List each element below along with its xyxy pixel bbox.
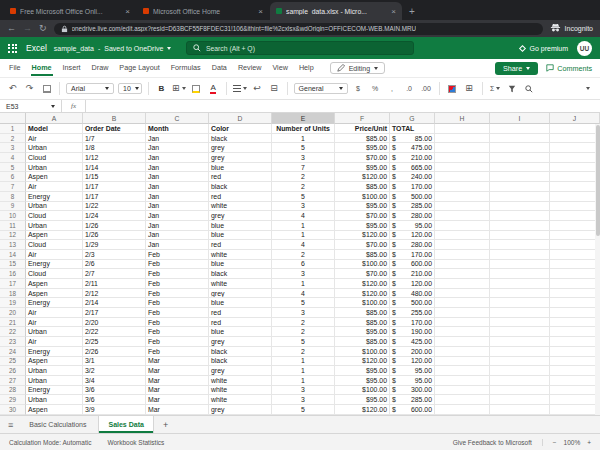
cell[interactable]: 2/11 [83,279,146,289]
cell[interactable]: 4 [272,289,335,299]
cell[interactable]: $120.00 [335,357,390,367]
cell[interactable]: $190.00 [390,327,435,337]
cell[interactable]: $480.00 [390,289,435,299]
fill-color-button[interactable] [190,81,203,97]
cell[interactable]: 1 [272,279,335,289]
cell[interactable]: 5 [272,298,335,308]
ribbon-tab-page-layout[interactable]: Page Layout [118,60,160,76]
cell[interactable]: $120.00 [390,279,435,289]
font-name-select[interactable]: Arial [66,83,114,94]
new-tab-button[interactable]: + [409,6,415,17]
cell[interactable]: 2/17 [83,308,146,318]
zoom-out-button[interactable]: − [553,439,557,446]
cell[interactable]: red [209,318,272,328]
cell[interactable] [490,211,550,221]
row-header-3[interactable]: 3 [0,143,26,153]
sheet-tab-basic-calculations[interactable]: Basic Calculations [20,416,95,433]
cell[interactable]: $120.00 [335,405,390,415]
cell[interactable]: 2/6 [83,260,146,270]
cell[interactable]: $70.00 [335,153,390,163]
cell[interactable] [490,386,550,396]
cell[interactable]: 3 [272,386,335,396]
cell[interactable] [550,376,600,386]
cell[interactable]: $70.00 [335,211,390,221]
cell[interactable]: 4 [272,211,335,221]
cell[interactable] [490,376,550,386]
cell[interactable] [435,260,490,270]
cell[interactable] [435,308,490,318]
workbook-statistics[interactable]: Workbook Statistics [107,439,164,446]
cell[interactable]: $70.00 [335,269,390,279]
cell[interactable]: $85.00 [335,308,390,318]
cell[interactable]: $95.00 [335,366,390,376]
cell[interactable]: $600.00 [390,405,435,415]
cell[interactable]: Jan [146,192,209,202]
cell[interactable]: $85.00 [390,134,435,144]
cell[interactable]: $95.00 [335,395,390,405]
cell[interactable] [550,221,600,231]
cell[interactable]: Feb [146,327,209,337]
cell[interactable] [435,202,490,212]
cell[interactable]: 3/1 [83,357,146,367]
cell[interactable] [550,357,600,367]
column-header-G[interactable]: G [390,113,435,124]
undo-button[interactable]: ↶ [6,81,19,97]
cell[interactable]: 6 [272,260,335,270]
cell[interactable]: 3/6 [83,386,146,396]
cell[interactable] [490,308,550,318]
column-header-F[interactable]: F [335,113,390,124]
cell[interactable] [550,240,600,250]
cell[interactable]: $255.00 [390,308,435,318]
editing-mode-dropdown[interactable]: Editing [330,62,385,74]
cell[interactable]: blue [209,221,272,231]
cell[interactable]: $425.00 [390,337,435,347]
cell[interactable]: Model [26,124,83,134]
go-premium-button[interactable]: Go premium [520,45,568,52]
cell[interactable]: Color [209,124,272,134]
cell[interactable]: 2 [272,172,335,182]
cell[interactable] [490,260,550,270]
cell[interactable]: Jan [146,182,209,192]
cell[interactable]: Cloud [26,240,83,250]
cell[interactable]: $280.00 [390,240,435,250]
cell[interactable]: Aspen [26,172,83,182]
cell[interactable]: 2 [272,347,335,357]
cell[interactable]: $120.00 [390,357,435,367]
increase-decimal-button[interactable]: .00 [420,81,433,97]
cell[interactable]: 1 [272,221,335,231]
row-header-7[interactable]: 7 [0,182,26,192]
search-input[interactable]: Search (Alt + Q) [186,41,414,55]
cell[interactable]: 2 [272,182,335,192]
cell[interactable]: 1 [272,366,335,376]
cell[interactable]: grey [209,153,272,163]
refresh-icon[interactable]: ↻ [39,24,47,33]
row-header-11[interactable]: 11 [0,221,26,231]
cell[interactable]: $95.00 [390,366,435,376]
cell[interactable] [550,298,600,308]
cell[interactable]: white [209,250,272,260]
cell[interactable]: red [209,172,272,182]
cell[interactable]: $500.00 [390,298,435,308]
cell[interactable] [550,337,600,347]
cell[interactable]: $120.00 [335,231,390,241]
row-header-22[interactable]: 22 [0,327,26,337]
cell[interactable] [435,357,490,367]
cell[interactable]: 1 [272,376,335,386]
currency-format-button[interactable]: $ [352,81,365,97]
format-painter-button[interactable] [40,81,53,97]
cell[interactable]: $210.00 [390,269,435,279]
cell[interactable] [550,386,600,396]
cell[interactable]: Jan [146,134,209,144]
cell[interactable]: Urban [26,327,83,337]
cell[interactable] [490,405,550,415]
cell[interactable]: Jan [146,240,209,250]
cell[interactable] [435,231,490,241]
comma-format-button[interactable]: , [386,81,399,97]
row-header-23[interactable]: 23 [0,337,26,347]
zoom-in-button[interactable]: + [587,439,591,446]
cell[interactable]: Energy [26,386,83,396]
cell[interactable]: Air [26,250,83,260]
cell[interactable]: 2/26 [83,347,146,357]
cell[interactable]: Mar [146,395,209,405]
cell[interactable]: white [209,386,272,396]
